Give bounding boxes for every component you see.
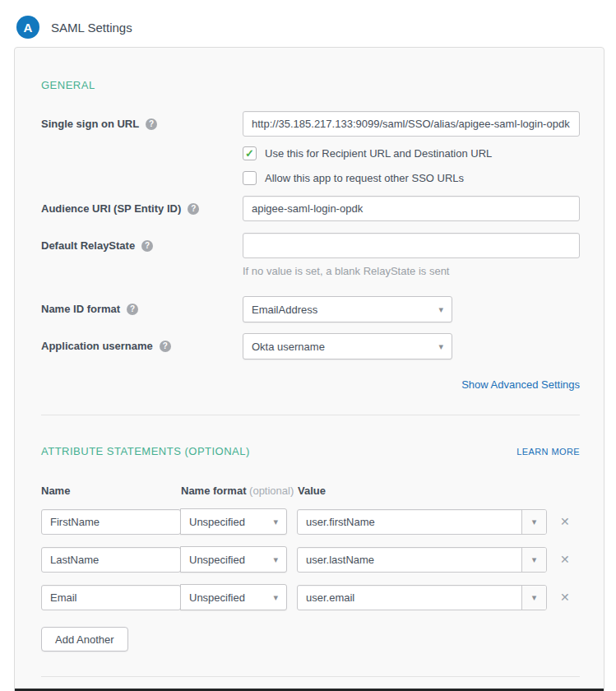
remove-row-icon[interactable]: ✕ (560, 553, 570, 566)
recipient-url-checkbox-label: Use this for Recipient URL and Destinati… (265, 146, 492, 160)
chevron-down-icon: ▾ (273, 554, 278, 565)
attribute-value-dropdown-button[interactable]: ▾ (521, 586, 546, 610)
chevron-down-icon: ▾ (532, 554, 537, 565)
chevron-down-icon: ▾ (438, 341, 443, 352)
name-id-format-help-icon[interactable]: ? (127, 304, 138, 315)
application-username-select[interactable]: Okta username ▾ (243, 333, 452, 359)
relay-state-label: Default RelayState (41, 239, 135, 252)
application-username-help-icon[interactable]: ? (160, 341, 171, 352)
show-advanced-settings-link[interactable]: Show Advanced Settings (461, 378, 580, 391)
attribute-value-input[interactable] (298, 586, 521, 610)
application-username-value: Okta username (252, 341, 325, 353)
sso-url-input[interactable] (243, 111, 580, 137)
bottom-divider (41, 676, 580, 677)
attribute-row: Unspecified ▾ ▾ ✕ (41, 584, 580, 610)
attribute-value-combo: ▾ (297, 547, 547, 573)
attribute-value-dropdown-button[interactable]: ▾ (521, 548, 546, 572)
sso-url-row: Single sign on URL ? ✓ Use this for Reci… (41, 111, 580, 185)
chevron-down-icon: ▾ (273, 517, 278, 527)
audience-uri-input[interactable] (243, 196, 580, 221)
audience-uri-help-icon[interactable]: ? (188, 203, 199, 215)
general-section-title: GENERAL (41, 79, 580, 91)
attribute-name-input[interactable] (41, 585, 181, 610)
page-header: A SAML Settings (0, 0, 616, 39)
chevron-down-icon: ▾ (438, 304, 443, 315)
name-id-format-row: Name ID format ? EmailAddress ▾ (41, 296, 580, 322)
attribute-row: Unspecified ▾ ▾ ✕ (41, 508, 580, 535)
column-header-value: Value (298, 485, 580, 497)
add-another-button[interactable]: Add Another (41, 627, 128, 652)
saml-settings-page: A SAML Settings GENERAL Single sign on U… (0, 0, 616, 691)
recipient-url-checkbox[interactable]: ✓ (243, 146, 257, 160)
name-id-format-value: EmailAddress (252, 304, 317, 316)
relay-state-row: Default RelayState ? If no value is set,… (41, 233, 580, 277)
attribute-row: Unspecified ▾ ▾ ✕ (41, 546, 580, 573)
chevron-down-icon: ▾ (532, 517, 537, 527)
other-sso-checkbox[interactable] (243, 171, 257, 185)
sso-url-label: Single sign on URL (41, 118, 139, 130)
saml-settings-panel: GENERAL Single sign on URL ? ✓ Use this … (14, 47, 604, 691)
attribute-format-select[interactable]: Unspecified ▾ (180, 584, 287, 610)
chevron-down-icon: ▾ (532, 592, 537, 603)
name-id-format-label: Name ID format (41, 303, 120, 315)
attribute-statements-title: ATTRIBUTE STATEMENTS (OPTIONAL) (41, 445, 250, 457)
other-sso-checkbox-row: Allow this app to request other SSO URLs (243, 171, 580, 185)
column-header-format-optional: (optional) (246, 485, 294, 497)
audience-uri-label: Audience URI (SP Entity ID) (41, 202, 181, 215)
application-username-label: Application username (41, 340, 153, 352)
step-a-badge: A (16, 16, 39, 39)
attribute-name-input[interactable] (41, 509, 181, 535)
attribute-value-combo: ▾ (297, 585, 547, 610)
attribute-value-input[interactable] (298, 510, 521, 534)
application-username-row: Application username ? Okta username ▾ (41, 333, 580, 359)
attribute-value-combo: ▾ (297, 509, 547, 535)
attribute-format-select[interactable]: Unspecified ▾ (180, 546, 287, 573)
audience-uri-row: Audience URI (SP Entity ID) ? (41, 196, 580, 221)
section-divider (41, 415, 580, 415)
relay-state-input[interactable] (243, 233, 580, 258)
remove-row-icon[interactable]: ✕ (560, 591, 570, 604)
learn-more-link[interactable]: LEARN MORE (516, 447, 580, 457)
attribute-name-input[interactable] (41, 547, 181, 573)
page-title: SAML Settings (51, 21, 132, 35)
relay-state-hint: If no value is set, a blank RelayState i… (243, 265, 580, 277)
column-header-name: Name (41, 485, 181, 497)
recipient-url-checkbox-row: ✓ Use this for Recipient URL and Destina… (243, 146, 580, 160)
other-sso-checkbox-label: Allow this app to request other SSO URLs (265, 171, 464, 185)
attribute-value-dropdown-button[interactable]: ▾ (521, 510, 546, 534)
name-id-format-select[interactable]: EmailAddress ▾ (243, 296, 452, 322)
column-header-format: Name format (optional) (181, 485, 298, 497)
sso-url-help-icon[interactable]: ? (146, 118, 157, 130)
attribute-value-input[interactable] (298, 548, 521, 572)
relay-state-help-icon[interactable]: ? (141, 240, 153, 252)
attribute-column-headers: Name Name format (optional) Value (41, 485, 580, 497)
remove-row-icon[interactable]: ✕ (560, 515, 570, 528)
chevron-down-icon: ▾ (273, 592, 278, 603)
attribute-format-select[interactable]: Unspecified ▾ (180, 508, 287, 535)
